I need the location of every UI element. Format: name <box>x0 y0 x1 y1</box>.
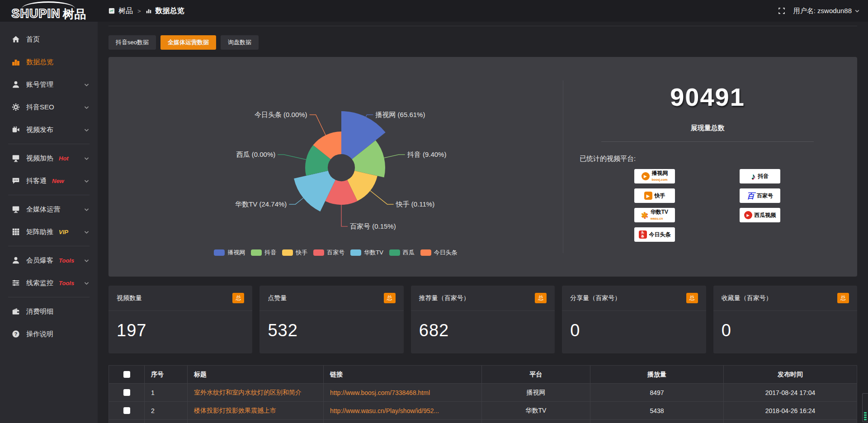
sidebar-item-label: 账号管理 <box>26 80 53 89</box>
tab-询盘数据[interactable]: 询盘数据 <box>221 35 259 50</box>
chart-panel: 播视网 (65.61%)抖音 (9.40%)快手 (0.11%)百家号 (0.1… <box>108 57 857 277</box>
sidebar-item-抖客通[interactable]: 抖客通New <box>0 169 98 192</box>
legend-label: 西瓜 <box>403 249 415 257</box>
breadcrumb-root[interactable]: 树品 <box>118 6 133 16</box>
sidebar-item-label: 操作说明 <box>26 330 53 338</box>
platform-name: 播视网boosj.com <box>652 170 668 182</box>
sidebar-item-矩阵助推[interactable]: 矩阵助推VIP <box>0 221 98 243</box>
sidebar-item-badge: VIP <box>59 229 68 235</box>
legend-swatch <box>389 249 400 256</box>
toutiao-logo-icon: 头条 <box>639 230 647 239</box>
wallet-icon <box>12 307 20 315</box>
impressions-total-label: 展现量总数 <box>574 124 841 132</box>
sidebar-item-视频发布[interactable]: 视频发布 <box>0 118 98 141</box>
cell-title-link[interactable]: 楼体投影灯投影效果震撼上市 <box>194 407 276 415</box>
total-badge[interactable]: 总 <box>535 293 547 303</box>
pie-label-line <box>384 155 405 158</box>
legend-item-华数TV[interactable]: 华数TV <box>350 249 383 257</box>
monitor-icon <box>12 205 20 213</box>
header-divider <box>108 22 857 26</box>
chart-legend: 播视网抖音快手百家号华数TV西瓜今日头条 <box>108 249 563 257</box>
cell-url-link[interactable]: http://www.boosj.com/7338468.html <box>330 389 430 396</box>
platform-badge-西瓜视频[interactable]: ▶西瓜视频 <box>740 208 780 222</box>
user-menu-chevron-icon[interactable] <box>854 8 860 14</box>
sidebar-item-label: 数据总览 <box>26 58 53 66</box>
app-logo[interactable]: SHUPIN 树品 <box>0 0 98 22</box>
pie-label-line <box>278 155 306 160</box>
sidebar-item-消费明细[interactable]: 消费明细 <box>0 300 98 323</box>
logo-arc <box>22 1 75 9</box>
platform-badge-抖音[interactable]: ♪抖音 <box>740 169 780 183</box>
platform-badge-column-1: ▶播视网boosj.com▶快手✱华数TVwasu.cn头条今日头条 <box>634 169 675 242</box>
sidebar-item-首页[interactable]: 首页 <box>0 28 98 51</box>
table-row: 1室外水纹灯和室内水纹灯的区别和简介http://www.boosj.com/7… <box>109 384 857 402</box>
legend-label: 抖音 <box>264 249 276 257</box>
rose-pie-chart[interactable]: 播视网 (65.61%)抖音 (9.40%)快手 (0.11%)百家号 (0.1… <box>108 57 563 277</box>
fullscreen-icon[interactable] <box>778 7 785 14</box>
sidebar-item-label: 全媒体运营 <box>26 205 60 214</box>
user-icon <box>12 80 20 89</box>
pie-label: 抖音 (9.40%) <box>407 150 447 158</box>
sidebar-item-账号管理[interactable]: 账号管理 <box>0 73 98 96</box>
cell-url-link[interactable]: http://www.wasu.cn/Play/show/id/952... <box>330 407 439 414</box>
platform-badge-column-2: ♪抖音百百家号▶西瓜视频 <box>740 169 780 222</box>
legend-label: 百家号 <box>327 249 344 257</box>
platform-badge-今日头条[interactable]: 头条今日头条 <box>634 227 675 242</box>
pie-label: 百家号 (0.15%) <box>350 222 396 230</box>
stat-card-label: 分享量（百家号） <box>570 294 621 302</box>
sidebar-item-会员爆客[interactable]: 会员爆客Tools <box>0 249 98 272</box>
username-label[interactable]: 用户名: zswodun88 <box>793 7 852 15</box>
stat-card-label: 收藏量（百家号） <box>722 294 772 302</box>
legend-item-今日头条[interactable]: 今日头条 <box>420 249 458 257</box>
total-badge[interactable]: 总 <box>384 293 396 303</box>
stat-card-label: 推荐量（百家号） <box>419 294 470 302</box>
legend-swatch <box>251 249 262 256</box>
sidebar-item-抖音SEO[interactable]: 抖音SEO <box>0 96 98 118</box>
stat-card-header: 推荐量（百家号）总 <box>411 286 555 311</box>
platform-badge-播视网[interactable]: ▶播视网boosj.com <box>634 169 675 183</box>
sidebar-item-数据总览[interactable]: 数据总览 <box>0 51 98 73</box>
row-checkbox[interactable] <box>123 407 130 414</box>
edge-widget[interactable] <box>862 393 868 422</box>
platform-badge-百家号[interactable]: 百百家号 <box>740 188 780 203</box>
sidebar-item-全媒体运营[interactable]: 全媒体运营 <box>0 198 98 221</box>
home-icon <box>12 35 20 43</box>
breadcrumb-root-icon <box>108 8 115 14</box>
kuaishou-logo-icon: ▶ <box>644 192 652 200</box>
sidebar-item-label: 线索监控 <box>26 279 53 287</box>
pie-slice-华数TV[interactable] <box>294 171 335 212</box>
cell-title-link[interactable]: 室外水纹灯和室内水纹灯的区别和简介 <box>194 389 302 397</box>
platform-name: 今日头条 <box>649 232 671 238</box>
tab-全媒体运营数据[interactable]: 全媒体运营数据 <box>160 35 216 50</box>
total-badge[interactable]: 总 <box>837 293 849 303</box>
stat-card-label: 点赞量 <box>268 294 287 302</box>
total-badge[interactable]: 总 <box>686 293 698 303</box>
platform-name: 快手 <box>655 193 665 199</box>
breadcrumb-current[interactable]: 数据总览 <box>156 6 184 16</box>
stat-card-value: 682 <box>411 311 555 340</box>
chevron-down-icon <box>84 104 90 110</box>
sidebar-item-线索监控[interactable]: 线索监控Tools <box>0 272 98 294</box>
platform-badge-华数TV[interactable]: ✱华数TVwasu.cn <box>634 208 675 222</box>
pie-label-line <box>366 115 373 117</box>
legend-item-百家号[interactable]: 百家号 <box>313 249 344 257</box>
sidebar-item-视频加热[interactable]: 视频加热Hot <box>0 147 98 169</box>
sidebar-item-label: 矩阵助推 <box>26 228 53 236</box>
total-badge[interactable]: 总 <box>232 293 244 303</box>
breadcrumb-separator: > <box>137 8 141 14</box>
stat-card-视频数量: 视频数量总197 <box>108 286 252 353</box>
row-checkbox[interactable] <box>123 389 130 396</box>
table-row: 2楼体投影灯投影效果震撼上市http://www.wasu.cn/Play/sh… <box>109 402 857 420</box>
pie-label: 西瓜 (0.00%) <box>236 150 276 158</box>
legend-item-播视网[interactable]: 播视网 <box>214 249 245 257</box>
select-all-checkbox[interactable] <box>123 371 130 378</box>
tab-抖音seo数据[interactable]: 抖音seo数据 <box>108 35 156 50</box>
logo-cjk: 树品 <box>63 8 86 20</box>
legend-item-抖音[interactable]: 抖音 <box>251 249 276 257</box>
platform-badge-快手[interactable]: ▶快手 <box>634 188 675 203</box>
legend-item-西瓜[interactable]: 西瓜 <box>389 249 415 257</box>
sidebar-item-label: 抖音SEO <box>26 103 54 112</box>
stat-card-分享量（百家号）: 分享量（百家号）总0 <box>562 286 706 353</box>
sidebar-item-操作说明[interactable]: ?操作说明 <box>0 323 98 345</box>
legend-item-快手[interactable]: 快手 <box>282 249 307 257</box>
